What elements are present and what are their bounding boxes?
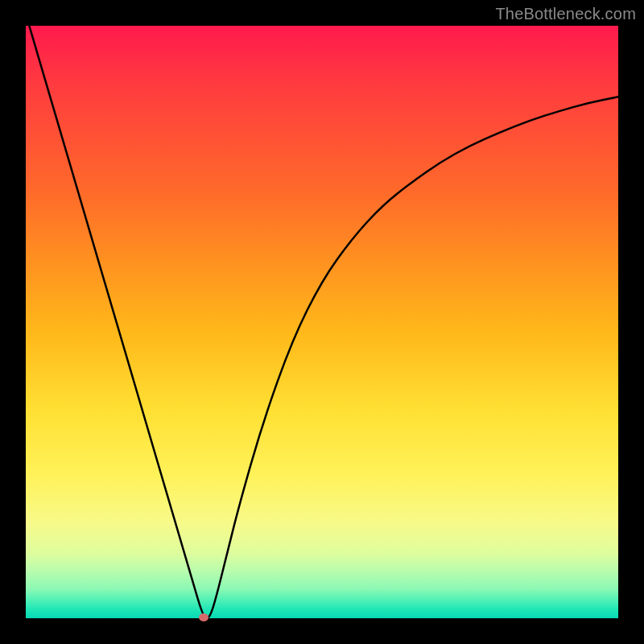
chart-frame: TheBottleneck.com [0, 0, 644, 644]
minimum-marker [199, 613, 208, 621]
curve-path [26, 26, 618, 618]
plot-area [26, 26, 618, 618]
watermark: TheBottleneck.com [495, 5, 636, 23]
bottleneck-curve [26, 26, 618, 618]
